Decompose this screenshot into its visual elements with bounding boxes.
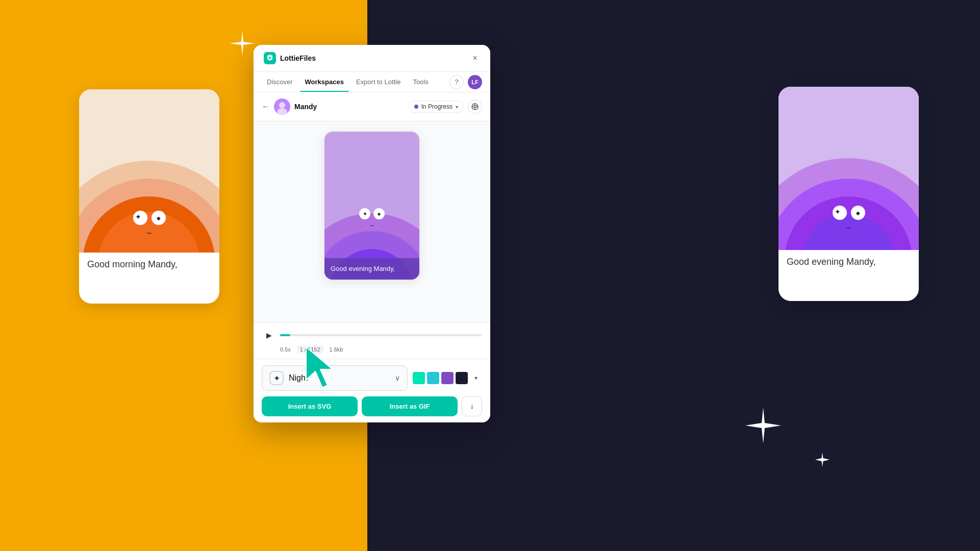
nav-tabs: Discover Workspaces Export to Lottie Too… — [254, 72, 490, 92]
playback-bar: ▶ 0.5x 1 / 1152 1.6kb — [254, 322, 490, 359]
left-eye-icon — [133, 211, 147, 225]
right-card-greeting: Good evening Mandy, — [787, 256, 911, 268]
swatch-mint[interactable] — [413, 372, 425, 384]
workspace-right: In Progress ▾ — [409, 99, 482, 114]
anim-right-eye-icon — [373, 208, 385, 219]
playback-track-row: ▶ — [262, 328, 482, 342]
globe-button[interactable] — [468, 99, 482, 114]
workspace-name: Mandy — [294, 103, 317, 111]
animation-text-overlay: Good evening Mandy, — [324, 258, 419, 280]
left-card-face: ⌣ — [133, 211, 166, 237]
svg-point-13 — [279, 102, 285, 108]
sparkle-top-left-icon — [230, 31, 255, 60]
plugin-window: LottieFiles × Discover Workspaces Export… — [254, 45, 490, 422]
close-button[interactable]: × — [470, 53, 480, 63]
title-bar: LottieFiles × — [254, 45, 490, 72]
user-avatar — [274, 98, 290, 115]
frame-label: 1 / 1152 — [297, 345, 323, 354]
tab-export[interactable]: Export to Lottie — [351, 72, 406, 92]
app-title: LottieFiles — [280, 54, 316, 62]
tab-tools[interactable]: Tools — [408, 72, 433, 92]
right-card-text: Good evening Mandy, — [778, 250, 919, 274]
bottom-controls: ✦ Night ∨ ▾ Insert as SVG Insert as GIF … — [254, 359, 490, 422]
right-card-artwork: ⌣ — [778, 87, 919, 250]
tab-discover[interactable]: Discover — [262, 72, 298, 92]
workspace-left: ← Mandy — [262, 98, 317, 115]
status-text: In Progress — [421, 103, 453, 110]
right-card-left-eye — [833, 206, 847, 220]
left-card-greeting: Good morning Mandy, — [87, 259, 211, 270]
play-button[interactable]: ▶ — [262, 328, 276, 342]
size-label: 1.6kb — [330, 346, 343, 353]
animation-greeting: Good evening Mandy, — [331, 264, 413, 273]
right-eye-icon — [152, 211, 166, 225]
nav-icons: ? LF — [449, 75, 482, 89]
track-info: 0.5x 1 / 1152 1.6kb — [262, 345, 482, 354]
user-avatar-button[interactable]: LF — [468, 75, 482, 89]
status-badge[interactable]: In Progress ▾ — [409, 101, 464, 113]
right-card-right-eye — [851, 206, 865, 220]
status-chevron-icon: ▾ — [456, 104, 458, 110]
theme-icon: ✦ — [269, 371, 284, 385]
anim-left-eye-icon — [359, 208, 370, 219]
theme-name: Night — [289, 373, 390, 383]
action-row: Insert as SVG Insert as GIF ↓ — [262, 396, 482, 416]
swatch-expand-button[interactable]: ▾ — [470, 372, 482, 384]
download-button[interactable]: ↓ — [462, 396, 482, 416]
smile-icon: ⌣ — [146, 228, 152, 237]
help-button[interactable]: ? — [449, 75, 464, 89]
right-card-smile: ⌣ — [846, 223, 851, 232]
tab-workspaces[interactable]: Workspaces — [300, 72, 349, 92]
insert-gif-button[interactable]: Insert as GIF — [362, 396, 458, 416]
swatch-dark[interactable] — [456, 372, 468, 384]
color-swatches: ▾ — [413, 372, 482, 384]
insert-svg-button[interactable]: Insert as SVG — [262, 396, 358, 416]
theme-selector[interactable]: ✦ Night ∨ — [262, 365, 408, 391]
sparkle-bottom-right-large-icon — [745, 408, 781, 449]
title-bar-left: LottieFiles — [264, 52, 316, 64]
anim-smile-icon: ⌣ — [370, 221, 374, 229]
swatch-purple[interactable] — [441, 372, 454, 384]
theme-row: ✦ Night ∨ ▾ — [262, 365, 482, 391]
progress-fill — [280, 334, 290, 336]
left-card-text: Good morning Mandy, — [79, 253, 219, 277]
theme-chevron-icon: ∨ — [395, 374, 400, 382]
preview-area: ⌣ Good evening Mandy, — [254, 121, 490, 322]
lottie-logo — [264, 52, 276, 64]
animation-preview-card: ⌣ Good evening Mandy, — [324, 132, 419, 280]
left-card: ⌣ Good morning Mandy, — [79, 89, 219, 304]
right-card: ⌣ Good evening Mandy, — [778, 87, 919, 301]
speed-label: 0.5x — [280, 346, 291, 353]
workspace-header: ← Mandy In Progress ▾ — [254, 92, 490, 121]
sparkle-bottom-right-small-icon — [815, 453, 830, 469]
swatch-cyan[interactable] — [427, 372, 439, 384]
left-card-artwork: ⌣ — [79, 89, 219, 253]
right-card-face: ⌣ — [833, 206, 865, 232]
status-dot-icon — [414, 105, 418, 109]
progress-track[interactable] — [280, 334, 482, 336]
back-button[interactable]: ← — [262, 102, 270, 111]
